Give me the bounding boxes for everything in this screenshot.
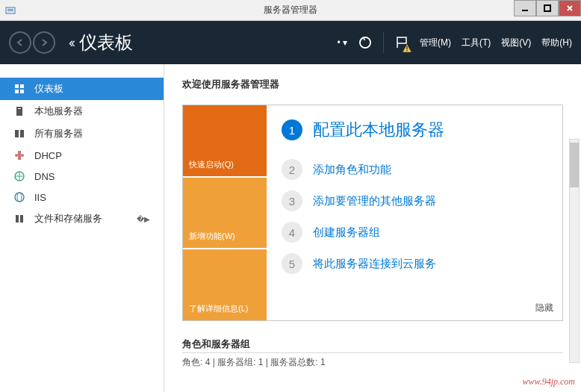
sidebar-item-label: 文件和存储服务	[34, 212, 102, 225]
warning-badge-icon	[402, 43, 412, 54]
iis-icon	[13, 191, 25, 203]
svg-rect-9	[20, 84, 24, 88]
separator	[383, 32, 384, 53]
tab-label: 新增功能(W)	[189, 231, 235, 242]
svg-rect-16	[18, 151, 21, 160]
svg-rect-11	[20, 90, 24, 93]
tab-whatsnew[interactable]: 新增功能(W)	[183, 176, 267, 249]
sidebar-item-all[interactable]: 所有服务器	[0, 122, 164, 145]
expand-icon[interactable]: �▶	[137, 215, 150, 223]
refresh-icon[interactable]	[358, 35, 373, 50]
menu-help[interactable]: 帮助(H)	[541, 37, 572, 49]
steps-area: 1 配置此本地服务器 2 添加角色和功能 3 添加要管理的其他服务器 4 创建服…	[267, 105, 562, 320]
sidebar-item-label: 仪表板	[34, 82, 63, 96]
svg-rect-22	[16, 215, 19, 223]
notifications-icon[interactable]	[394, 35, 409, 50]
window-controls	[514, 0, 581, 20]
quickstart-panel: 快速启动(Q) 新增功能(W) 了解详细信息(L) 1 配置此本地服务器 2 添…	[182, 105, 563, 321]
svg-rect-6	[406, 46, 407, 49]
sidebar-item-label: DNS	[34, 171, 55, 182]
step-number: 3	[282, 190, 302, 211]
panel-tabs: 快速启动(Q) 新增功能(W) 了解详细信息(L)	[183, 105, 267, 320]
titlebar: 服务器管理器	[0, 0, 581, 21]
sidebar-item-label: 所有服务器	[34, 127, 83, 140]
page-title: ‹‹ 仪表板	[69, 31, 133, 55]
tab-label: 了解详细信息(L)	[189, 303, 248, 314]
page-title-text: 仪表板	[79, 31, 133, 55]
svg-rect-12	[16, 107, 22, 116]
svg-rect-10	[15, 90, 19, 93]
sidebar: 仪表板 本地服务器 所有服务器 DHCP DNS IIS 文件和存储服务 �▶	[0, 64, 164, 392]
roles-summary: 角色: 4 | 服务器组: 1 | 服务器总数: 1	[182, 356, 563, 369]
roles-heading: 角色和服务器组	[182, 337, 563, 353]
step-link[interactable]: 添加角色和功能	[313, 163, 391, 177]
sidebar-item-local[interactable]: 本地服务器	[0, 100, 164, 122]
svg-rect-2	[7, 10, 13, 11]
svg-rect-4	[544, 5, 550, 11]
svg-rect-1	[7, 9, 13, 10]
window-title: 服务器管理器	[264, 4, 317, 16]
step-link[interactable]: 配置此本地服务器	[313, 119, 444, 141]
svg-rect-13	[18, 108, 21, 109]
step-number: 2	[282, 159, 302, 180]
sidebar-item-storage[interactable]: 文件和存储服务 �▶	[0, 208, 164, 230]
scrollbar[interactable]	[569, 139, 580, 363]
dashboard-icon	[13, 83, 25, 95]
hide-link[interactable]: 隐藏	[535, 302, 553, 314]
sidebar-item-iis[interactable]: IIS	[0, 187, 164, 208]
sidebar-item-dns[interactable]: DNS	[0, 166, 164, 187]
welcome-heading: 欢迎使用服务器管理器	[182, 78, 563, 91]
step-number: 4	[282, 222, 302, 243]
svg-point-20	[15, 193, 24, 202]
watermark: www.94jp.com	[523, 376, 575, 388]
svg-point-18	[21, 154, 24, 157]
header-bar: ‹‹ 仪表板 • ▾ 管理(M) 工具(T) 视图(V) 帮助(H)	[0, 21, 581, 64]
minimize-button[interactable]	[514, 0, 536, 16]
app-icon	[4, 4, 16, 16]
step-3: 3 添加要管理的其他服务器	[282, 190, 547, 211]
step-number: 1	[282, 119, 302, 140]
svg-rect-7	[406, 50, 407, 51]
sidebar-item-dhcp[interactable]: DHCP	[0, 145, 164, 166]
menu-tools[interactable]: 工具(T)	[462, 37, 491, 49]
step-5: 5 将此服务器连接到云服务	[282, 253, 547, 274]
sidebar-item-label: 本地服务器	[34, 105, 83, 118]
svg-rect-8	[15, 84, 19, 88]
svg-point-17	[15, 154, 18, 157]
scrollbar-thumb[interactable]	[570, 143, 579, 187]
tab-label: 快速启动(Q)	[189, 159, 234, 170]
step-2: 2 添加角色和功能	[282, 159, 547, 180]
dns-icon	[13, 170, 25, 182]
tab-learnmore[interactable]: 了解详细信息(L)	[183, 248, 267, 320]
sidebar-item-dashboard[interactable]: 仪表板	[0, 78, 164, 100]
server-icon	[13, 105, 25, 117]
svg-point-21	[17, 193, 22, 202]
step-number: 5	[282, 253, 302, 274]
step-1: 1 配置此本地服务器	[282, 119, 547, 141]
nav-forward-button[interactable]	[33, 31, 55, 54]
servers-icon	[13, 128, 25, 140]
menu-view[interactable]: 视图(V)	[501, 37, 531, 49]
close-button[interactable]	[559, 0, 581, 16]
chevron-left-icon: ‹‹	[69, 35, 73, 51]
main-content: 欢迎使用服务器管理器 快速启动(Q) 新增功能(W) 了解详细信息(L) 1 配…	[164, 64, 581, 392]
svg-rect-23	[20, 215, 23, 223]
maximize-button[interactable]	[536, 0, 559, 16]
dropdown-indicator[interactable]: • ▾	[337, 37, 347, 48]
dhcp-icon	[13, 149, 25, 161]
step-link[interactable]: 添加要管理的其他服务器	[313, 194, 436, 208]
step-link[interactable]: 创建服务器组	[313, 225, 380, 240]
svg-rect-15	[20, 130, 24, 137]
nav-back-button[interactable]	[9, 31, 31, 54]
svg-rect-3	[522, 10, 528, 11]
storage-icon	[13, 213, 25, 225]
menu-manage[interactable]: 管理(M)	[420, 37, 451, 49]
tab-quickstart[interactable]: 快速启动(Q)	[183, 105, 267, 176]
sidebar-item-label: IIS	[34, 192, 46, 203]
svg-rect-14	[15, 130, 19, 137]
sidebar-item-label: DHCP	[34, 150, 62, 161]
step-4: 4 创建服务器组	[282, 222, 547, 243]
step-link[interactable]: 将此服务器连接到云服务	[313, 257, 436, 271]
